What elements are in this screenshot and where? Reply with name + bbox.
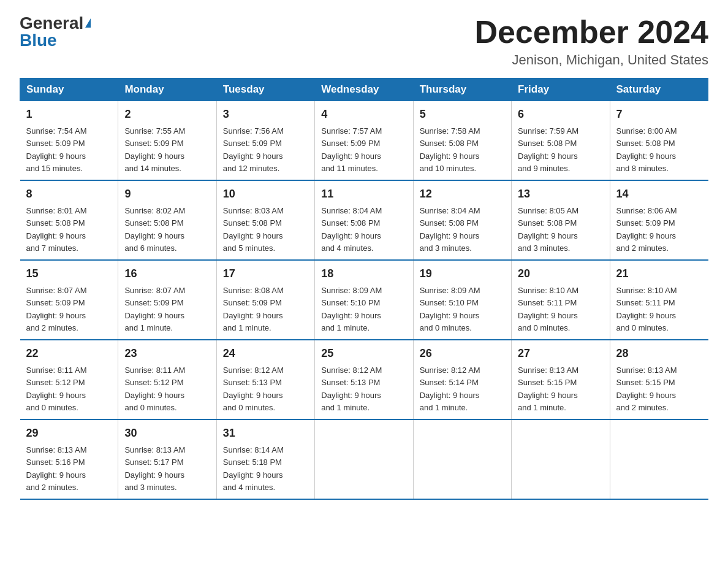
calendar-body: 1 Sunrise: 7:54 AMSunset: 5:09 PMDayligh…: [20, 101, 708, 500]
calendar-cell: 27 Sunrise: 8:13 AMSunset: 5:15 PMDaylig…: [512, 340, 610, 419]
day-info: Sunrise: 7:55 AMSunset: 5:09 PMDaylight:…: [124, 126, 185, 173]
calendar-cell: 26 Sunrise: 8:12 AMSunset: 5:14 PMDaylig…: [413, 340, 511, 419]
logo-triangle-icon: [85, 18, 91, 28]
calendar-cell: 25 Sunrise: 8:12 AMSunset: 5:13 PMDaylig…: [315, 340, 413, 419]
header-row: Sunday Monday Tuesday Wednesday Thursday…: [20, 79, 708, 101]
day-number: 20: [518, 266, 603, 282]
month-title: December 2024: [474, 15, 708, 50]
calendar-cell: 31 Sunrise: 8:14 AMSunset: 5:18 PMDaylig…: [216, 419, 314, 499]
day-info: Sunrise: 8:05 AMSunset: 5:08 PMDaylight:…: [518, 206, 578, 253]
calendar-cell: 12 Sunrise: 8:04 AMSunset: 5:08 PMDaylig…: [413, 180, 511, 260]
calendar-cell: 6 Sunrise: 7:59 AMSunset: 5:08 PMDayligh…: [512, 101, 610, 181]
day-info: Sunrise: 7:59 AMSunset: 5:08 PMDaylight:…: [518, 126, 578, 173]
logo-general: General: [20, 15, 83, 32]
calendar-cell: [315, 419, 413, 499]
day-number: 30: [124, 425, 210, 442]
calendar-cell: [610, 419, 708, 499]
calendar-week-5: 29 Sunrise: 8:13 AMSunset: 5:16 PMDaylig…: [20, 419, 708, 499]
day-number: 25: [321, 345, 406, 362]
day-number: 19: [420, 266, 505, 282]
calendar-header: Sunday Monday Tuesday Wednesday Thursday…: [20, 79, 708, 101]
calendar-table: Sunday Monday Tuesday Wednesday Thursday…: [20, 78, 708, 500]
day-info: Sunrise: 8:12 AMSunset: 5:13 PMDaylight:…: [223, 366, 284, 412]
day-info: Sunrise: 8:13 AMSunset: 5:15 PMDaylight:…: [518, 366, 578, 412]
calendar-cell: 4 Sunrise: 7:57 AMSunset: 5:09 PMDayligh…: [315, 101, 413, 181]
day-number: 31: [223, 425, 308, 442]
col-wednesday: Wednesday: [315, 79, 413, 101]
calendar-cell: 28 Sunrise: 8:13 AMSunset: 5:15 PMDaylig…: [610, 340, 708, 419]
calendar-cell: 24 Sunrise: 8:12 AMSunset: 5:13 PMDaylig…: [216, 340, 314, 419]
col-thursday: Thursday: [413, 79, 511, 101]
day-info: Sunrise: 8:12 AMSunset: 5:14 PMDaylight:…: [420, 366, 480, 412]
calendar-cell: [413, 419, 511, 499]
day-number: 28: [616, 345, 702, 362]
calendar-cell: 7 Sunrise: 8:00 AMSunset: 5:08 PMDayligh…: [610, 101, 708, 181]
day-info: Sunrise: 8:08 AMSunset: 5:09 PMDaylight:…: [223, 286, 284, 332]
day-number: 24: [223, 345, 308, 362]
calendar-cell: 9 Sunrise: 8:02 AMSunset: 5:08 PMDayligh…: [118, 180, 216, 260]
day-info: Sunrise: 8:12 AMSunset: 5:13 PMDaylight:…: [321, 366, 382, 412]
day-info: Sunrise: 8:07 AMSunset: 5:09 PMDaylight:…: [26, 286, 87, 332]
calendar-cell: 2 Sunrise: 7:55 AMSunset: 5:09 PMDayligh…: [118, 101, 216, 181]
day-info: Sunrise: 7:54 AMSunset: 5:09 PMDaylight:…: [26, 126, 87, 173]
day-info: Sunrise: 8:06 AMSunset: 5:09 PMDaylight:…: [616, 206, 677, 253]
day-number: 4: [321, 106, 406, 123]
location: Jenison, Michigan, United States: [474, 52, 708, 68]
day-info: Sunrise: 8:09 AMSunset: 5:10 PMDaylight:…: [420, 286, 480, 332]
day-number: 2: [124, 106, 210, 123]
day-info: Sunrise: 8:10 AMSunset: 5:11 PMDaylight:…: [616, 286, 677, 332]
calendar-cell: 8 Sunrise: 8:01 AMSunset: 5:08 PMDayligh…: [20, 180, 118, 260]
day-number: 21: [616, 266, 702, 282]
day-number: 12: [420, 186, 505, 202]
day-number: 16: [124, 266, 210, 282]
day-info: Sunrise: 8:02 AMSunset: 5:08 PMDaylight:…: [124, 206, 185, 253]
day-info: Sunrise: 8:11 AMSunset: 5:12 PMDaylight:…: [124, 366, 185, 412]
calendar-cell: 3 Sunrise: 7:56 AMSunset: 5:09 PMDayligh…: [216, 101, 314, 181]
calendar-week-3: 15 Sunrise: 8:07 AMSunset: 5:09 PMDaylig…: [20, 260, 708, 340]
calendar-cell: 14 Sunrise: 8:06 AMSunset: 5:09 PMDaylig…: [610, 180, 708, 260]
day-number: 6: [518, 106, 603, 123]
calendar-cell: 29 Sunrise: 8:13 AMSunset: 5:16 PMDaylig…: [20, 419, 118, 499]
col-tuesday: Tuesday: [216, 79, 314, 101]
day-info: Sunrise: 8:09 AMSunset: 5:10 PMDaylight:…: [321, 286, 382, 332]
day-number: 9: [124, 186, 210, 202]
day-number: 1: [26, 106, 112, 123]
day-info: Sunrise: 8:00 AMSunset: 5:08 PMDaylight:…: [616, 126, 677, 173]
day-info: Sunrise: 8:07 AMSunset: 5:09 PMDaylight:…: [124, 286, 185, 332]
day-number: 13: [518, 186, 603, 202]
calendar-cell: 18 Sunrise: 8:09 AMSunset: 5:10 PMDaylig…: [315, 260, 413, 340]
calendar-cell: 5 Sunrise: 7:58 AMSunset: 5:08 PMDayligh…: [413, 101, 511, 181]
day-number: 10: [223, 186, 308, 202]
day-info: Sunrise: 8:13 AMSunset: 5:15 PMDaylight:…: [616, 366, 677, 412]
day-number: 11: [321, 186, 406, 202]
day-info: Sunrise: 8:13 AMSunset: 5:17 PMDaylight:…: [124, 445, 185, 492]
day-info: Sunrise: 8:04 AMSunset: 5:08 PMDaylight:…: [420, 206, 480, 253]
day-info: Sunrise: 8:11 AMSunset: 5:12 PMDaylight:…: [26, 366, 87, 412]
day-info: Sunrise: 8:01 AMSunset: 5:08 PMDaylight:…: [26, 206, 87, 253]
day-number: 3: [223, 106, 308, 123]
logo: General Blue: [20, 15, 91, 49]
day-number: 22: [26, 345, 112, 362]
day-number: 14: [616, 186, 702, 202]
calendar-cell: 19 Sunrise: 8:09 AMSunset: 5:10 PMDaylig…: [413, 260, 511, 340]
calendar-cell: 30 Sunrise: 8:13 AMSunset: 5:17 PMDaylig…: [118, 419, 216, 499]
calendar-cell: [512, 419, 610, 499]
day-number: 18: [321, 266, 406, 282]
day-number: 15: [26, 266, 112, 282]
day-number: 23: [124, 345, 210, 362]
col-friday: Friday: [512, 79, 610, 101]
day-info: Sunrise: 8:04 AMSunset: 5:08 PMDaylight:…: [321, 206, 382, 253]
calendar-cell: 15 Sunrise: 8:07 AMSunset: 5:09 PMDaylig…: [20, 260, 118, 340]
calendar-cell: 17 Sunrise: 8:08 AMSunset: 5:09 PMDaylig…: [216, 260, 314, 340]
page-header: General Blue December 2024 Jenison, Mich…: [20, 15, 708, 68]
calendar-cell: 21 Sunrise: 8:10 AMSunset: 5:11 PMDaylig…: [610, 260, 708, 340]
day-number: 29: [26, 425, 112, 442]
col-monday: Monday: [118, 79, 216, 101]
title-section: December 2024 Jenison, Michigan, United …: [474, 15, 708, 68]
calendar-week-2: 8 Sunrise: 8:01 AMSunset: 5:08 PMDayligh…: [20, 180, 708, 260]
day-info: Sunrise: 7:56 AMSunset: 5:09 PMDaylight:…: [223, 126, 284, 173]
calendar-week-4: 22 Sunrise: 8:11 AMSunset: 5:12 PMDaylig…: [20, 340, 708, 419]
day-info: Sunrise: 8:13 AMSunset: 5:16 PMDaylight:…: [26, 445, 87, 492]
day-info: Sunrise: 8:10 AMSunset: 5:11 PMDaylight:…: [518, 286, 578, 332]
col-sunday: Sunday: [20, 79, 118, 101]
